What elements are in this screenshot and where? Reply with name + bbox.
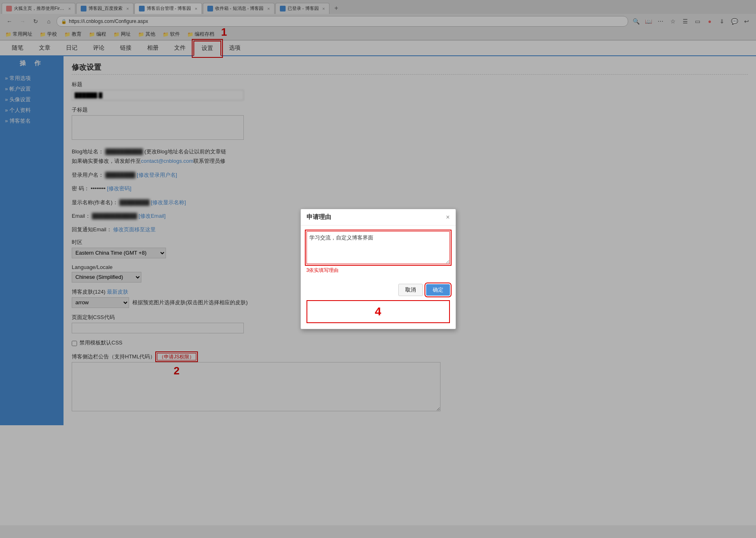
annotation-4: 4 [375, 305, 381, 318]
modal-cancel-button[interactable]: 取消 [398, 284, 423, 296]
modal-footer: 取消 确定 [301, 280, 456, 300]
modal-confirm-button[interactable]: 确定 [426, 284, 450, 296]
apply-reason-modal: 申请理由 × 学习交流，自定义博客界面 3依实填写理由 取消 确定 4 [300, 209, 456, 329]
modal-bottom-region: 4 [306, 300, 450, 323]
modal-close-button[interactable]: × [446, 214, 450, 221]
modal-reason-textarea[interactable]: 学习交流，自定义博客界面 [306, 231, 450, 264]
modal-body: 学习交流，自定义博客界面 3依实填写理由 [301, 226, 456, 280]
modal-title: 申请理由 [306, 213, 331, 221]
modal-header: 申请理由 × [301, 209, 456, 226]
modal-overlay: 申请理由 × 学习交流，自定义博客界面 3依实填写理由 取消 确定 4 [0, 0, 756, 525]
modal-hint: 3依实填写理由 [306, 267, 450, 274]
